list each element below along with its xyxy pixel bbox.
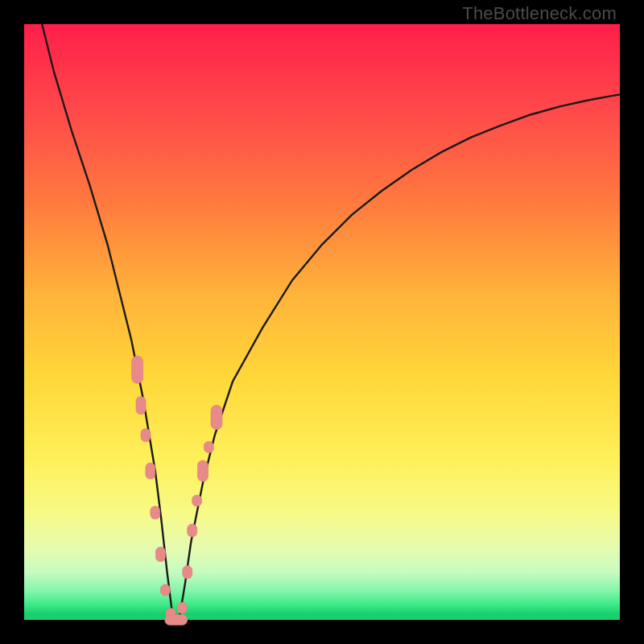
- plot-area: [24, 24, 620, 620]
- chart-frame: TheBottleneck.com: [0, 0, 644, 644]
- curve-marker: [136, 397, 146, 415]
- curve-marker: [183, 566, 192, 579]
- curve-marker: [151, 506, 160, 519]
- curve-marker: [160, 584, 170, 596]
- curve-marker: [204, 441, 213, 452]
- curve-marker: [132, 356, 143, 383]
- marker-layer: [132, 356, 222, 625]
- curve-marker: [177, 602, 187, 613]
- curve-marker: [155, 547, 165, 562]
- bottleneck-curve-path: [42, 24, 620, 620]
- curve-marker: [165, 615, 188, 625]
- curve-marker: [198, 460, 208, 481]
- curve-marker: [192, 495, 202, 506]
- watermark-text: TheBottleneck.com: [462, 3, 617, 24]
- curve-marker: [211, 405, 222, 429]
- bottleneck-curve-svg: [24, 24, 620, 620]
- curve-marker: [188, 524, 197, 537]
- curve-marker: [141, 429, 151, 442]
- curve-marker: [146, 463, 155, 479]
